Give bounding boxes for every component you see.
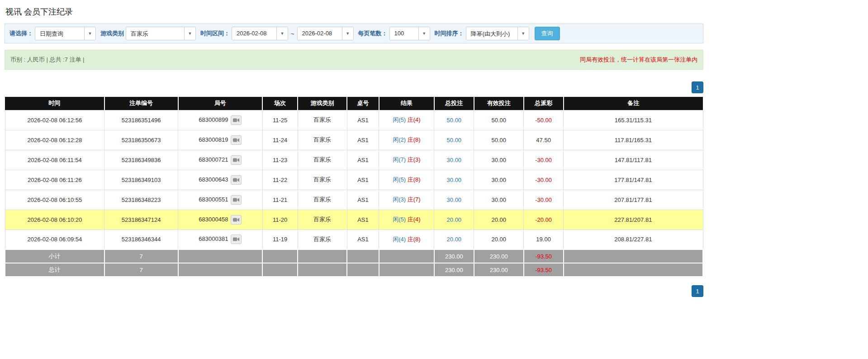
- video-replay-button[interactable]: [231, 135, 242, 145]
- cell-total-bet-link[interactable]: 50.00: [434, 110, 474, 130]
- cell-payout: -20.00: [524, 210, 564, 230]
- time-sort-value: 降幂(由大到小): [466, 27, 517, 40]
- result-banker: 庄(3): [408, 156, 421, 163]
- cell-time: 2026-02-08 06:10:20: [5, 210, 104, 230]
- video-replay-button[interactable]: [231, 175, 242, 185]
- cell-result: 闲(4) 庄(8): [379, 230, 434, 249]
- cell-bet-id: 523186351496: [104, 110, 178, 130]
- query-type-label: 请选择：: [9, 29, 33, 38]
- table-row: 2026-02-08 06:10:20 523186347124 6830004…: [5, 210, 703, 230]
- header-result: 结果: [379, 97, 434, 110]
- cell-bet-id: 523186346344: [104, 230, 178, 249]
- cell-game-type: 百家乐: [298, 210, 347, 230]
- result-banker: 庄(4): [408, 116, 421, 123]
- video-replay-button[interactable]: [231, 155, 242, 165]
- table-header-row: 时间 注单编号 局号 场次 游戏类别 桌号 结果 总投注 有效投注 总派彩 备注: [5, 97, 703, 110]
- header-table-no: 桌号: [347, 97, 379, 110]
- table-body: 2026-02-08 06:12:56 523186351496 6830008…: [5, 110, 703, 277]
- cell-table-no: AS1: [347, 210, 379, 230]
- date-from-select[interactable]: 2026-02-08 ▼: [232, 27, 288, 40]
- summary-empty: [178, 249, 263, 263]
- cell-round-id: 683000819: [178, 130, 263, 150]
- cell-bet-id: 523186349836: [104, 150, 178, 170]
- summary-label: 小计: [5, 249, 104, 263]
- round-id-text: 683000551: [199, 196, 228, 202]
- cell-time: 2026-02-08 06:09:54: [5, 230, 104, 249]
- search-button[interactable]: 查询: [535, 27, 560, 40]
- cell-valid-bet: 30.00: [474, 150, 524, 170]
- header-time: 时间: [5, 97, 104, 110]
- result-banker: 庄(4): [408, 216, 421, 223]
- summary-count: 7: [104, 249, 178, 263]
- cell-note: 147.81/117.81: [564, 150, 703, 170]
- date-to-value: 2026-02-08: [298, 27, 342, 40]
- video-replay-button[interactable]: [231, 215, 242, 225]
- cell-bet-id: 523186350673: [104, 130, 178, 150]
- header-bet-id: 注单编号: [104, 97, 178, 110]
- round-id-text: 683000381: [199, 235, 228, 242]
- cell-total-bet-link[interactable]: 50.00: [434, 130, 474, 150]
- summary-empty: [347, 263, 379, 277]
- cell-valid-bet: 30.00: [474, 190, 524, 210]
- result-banker: 庄(8): [408, 136, 421, 143]
- round-id-text: 683000643: [199, 176, 228, 182]
- table-row: 2026-02-08 06:11:26 523186349103 6830006…: [5, 170, 703, 190]
- video-replay-button[interactable]: [231, 195, 242, 205]
- cell-result: 闲(5) 庄(4): [379, 110, 434, 130]
- cell-total-bet-link[interactable]: 20.00: [434, 230, 474, 249]
- date-range-label: 时间区间：: [200, 29, 230, 38]
- summary-total-bet: 230.00: [434, 263, 474, 277]
- page-container: 视讯 会员下注纪录 请选择： 日期查询 ▼ 游戏类别 百家乐 ▼ 时间区间： 2…: [5, 0, 703, 297]
- cell-game-type: 百家乐: [298, 110, 347, 130]
- cell-note: 177.81/147.81: [564, 170, 703, 190]
- chevron-down-icon: ▼: [342, 27, 353, 40]
- page-1-button[interactable]: 1: [692, 81, 703, 93]
- video-camera-icon: [233, 158, 239, 163]
- summary-valid-bet: 230.00: [474, 249, 524, 263]
- cell-table-no: AS1: [347, 170, 379, 190]
- summary-empty: [262, 249, 298, 263]
- cell-result: 闲(5) 庄(4): [379, 210, 434, 230]
- cell-valid-bet: 50.00: [474, 130, 524, 150]
- cell-payout: -30.00: [524, 170, 564, 190]
- page-size-select[interactable]: 100 ▼: [389, 27, 430, 40]
- cell-session: 11-25: [262, 110, 298, 130]
- time-sort-select[interactable]: 降幂(由大到小) ▼: [466, 27, 529, 40]
- game-type-value: 百家乐: [126, 27, 184, 40]
- cell-session: 11-22: [262, 170, 298, 190]
- page-size-label: 每页笔数：: [358, 29, 388, 38]
- cell-payout: -30.00: [524, 150, 564, 170]
- cell-table-no: AS1: [347, 130, 379, 150]
- game-type-select[interactable]: 百家乐 ▼: [126, 27, 196, 40]
- summary-empty: [178, 263, 263, 277]
- cell-time: 2026-02-08 06:11:26: [5, 170, 104, 190]
- video-replay-button[interactable]: [231, 115, 242, 125]
- cell-game-type: 百家乐: [298, 230, 347, 249]
- table-row: 2026-02-08 06:09:54 523186346344 6830003…: [5, 230, 703, 249]
- filter-bar: 请选择： 日期查询 ▼ 游戏类别 百家乐 ▼ 时间区间： 2026-02-08 …: [5, 24, 703, 43]
- video-replay-button[interactable]: [231, 235, 242, 244]
- summary-bar: 币别 : 人民币 | 总共 :7 注单 | 同局有效投注，统一计算在该局第一张注…: [5, 50, 703, 70]
- summary-empty: [298, 263, 347, 277]
- cell-result: 闲(5) 庄(8): [379, 170, 434, 190]
- summary-empty: [379, 263, 434, 277]
- cell-time: 2026-02-08 06:11:54: [5, 150, 104, 170]
- cell-session: 11-24: [262, 130, 298, 150]
- time-sort-label: 时间排序：: [435, 29, 464, 38]
- cell-total-bet-link[interactable]: 20.00: [434, 210, 474, 230]
- summary-empty: [379, 249, 434, 263]
- query-type-select[interactable]: 日期查询 ▼: [35, 27, 96, 40]
- cell-total-bet-link[interactable]: 30.00: [434, 170, 474, 190]
- table-row: 2026-02-08 06:10:55 523186348223 6830005…: [5, 190, 703, 210]
- cell-total-bet-link[interactable]: 30.00: [434, 150, 474, 170]
- header-note: 备注: [564, 97, 703, 110]
- page-1-button[interactable]: 1: [692, 285, 703, 297]
- cell-total-bet-link[interactable]: 30.00: [434, 190, 474, 210]
- cell-time: 2026-02-08 06:10:55: [5, 190, 104, 210]
- summary-empty: [564, 263, 703, 277]
- page-size-value: 100: [390, 27, 418, 40]
- date-to-select[interactable]: 2026-02-08 ▼: [297, 27, 354, 40]
- cell-note: 165.31/115.31: [564, 110, 703, 130]
- cell-table-no: AS1: [347, 190, 379, 210]
- result-player: 闲(5): [393, 176, 406, 183]
